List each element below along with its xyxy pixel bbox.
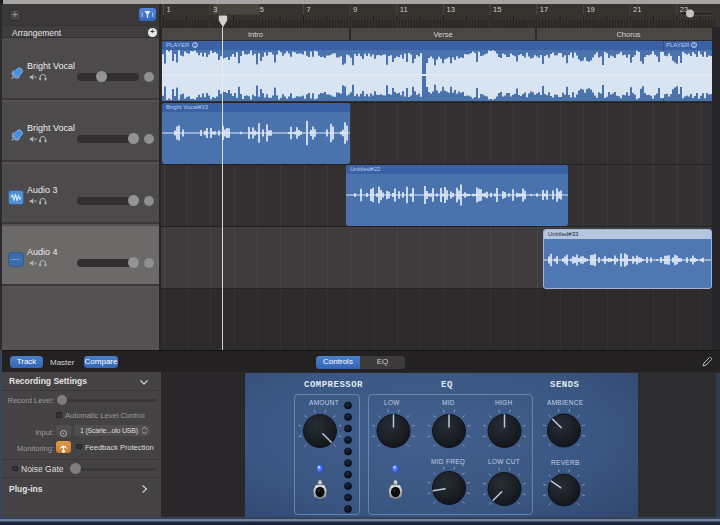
svg-text:17: 17 <box>540 4 548 13</box>
svg-text:7: 7 <box>307 4 311 13</box>
svg-text:11: 11 <box>400 4 408 13</box>
svg-text:3: 3 <box>213 4 217 13</box>
svg-text:1: 1 <box>167 4 171 13</box>
svg-text:13: 13 <box>447 4 455 13</box>
svg-text:5: 5 <box>260 4 264 13</box>
svg-text:15: 15 <box>493 4 501 13</box>
svg-text:9: 9 <box>353 4 357 13</box>
svg-text:21: 21 <box>633 4 641 13</box>
svg-text:19: 19 <box>586 4 594 13</box>
